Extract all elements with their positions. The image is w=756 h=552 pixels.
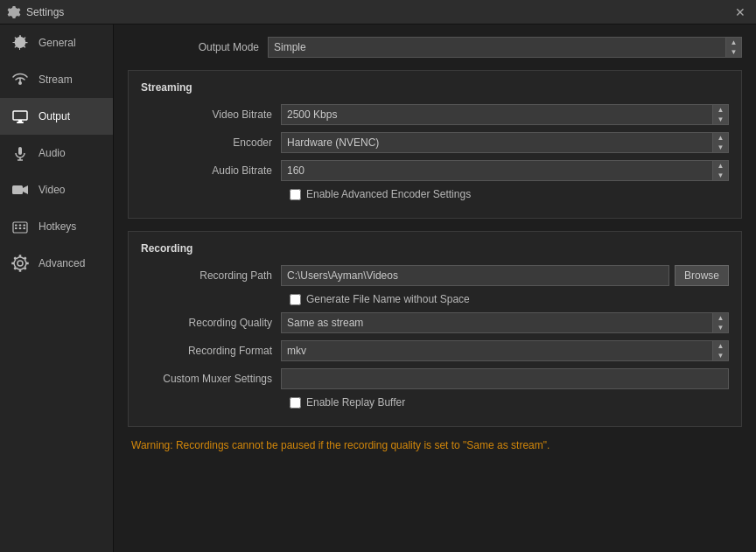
generate-filename-checkbox[interactable] xyxy=(290,294,301,305)
enable-replay-checkbox[interactable] xyxy=(290,397,301,409)
sidebar-label-stream: Stream xyxy=(38,73,73,86)
recording-format-label: Recording Format xyxy=(141,345,281,357)
sidebar-label-audio: Audio xyxy=(38,147,66,159)
output-mode-up[interactable]: ▲ xyxy=(726,38,741,47)
enable-replay-row: Enable Replay Buffer xyxy=(141,396,729,409)
sidebar-label-general: General xyxy=(38,37,76,49)
enable-advanced-label[interactable]: Enable Advanced Encoder Settings xyxy=(306,188,471,200)
browse-button[interactable]: Browse xyxy=(675,265,729,286)
audio-bitrate-input[interactable] xyxy=(281,160,713,181)
svg-rect-9 xyxy=(12,185,23,194)
sidebar-item-video[interactable]: Video xyxy=(0,171,113,208)
encoder-wrapper: ▲ ▼ xyxy=(281,132,729,153)
sidebar-item-advanced[interactable]: Advanced xyxy=(0,245,113,282)
encoder-row: Encoder ▲ ▼ xyxy=(141,132,729,153)
recording-path-row: Recording Path Browse xyxy=(141,265,729,286)
sidebar-item-hotkeys[interactable]: Hotkeys xyxy=(0,208,113,245)
video-bitrate-label: Video Bitrate xyxy=(141,108,281,121)
advanced-icon xyxy=(10,254,30,273)
enable-advanced-checkbox[interactable] xyxy=(290,189,301,200)
sidebar-item-output[interactable]: Output xyxy=(0,98,113,135)
sidebar-item-general[interactable]: General xyxy=(0,24,113,61)
video-bitrate-row: Video Bitrate ▲ ▼ xyxy=(141,104,729,125)
svg-rect-3 xyxy=(13,111,27,120)
recording-format-up[interactable]: ▲ xyxy=(713,341,728,351)
svg-rect-11 xyxy=(15,225,18,227)
streaming-title: Streaming xyxy=(141,81,729,94)
recording-path-label: Recording Path xyxy=(141,269,281,282)
encoder-control: ▲ ▼ xyxy=(281,132,729,153)
audio-bitrate-row: Audio Bitrate ▲ ▼ xyxy=(141,160,729,181)
svg-rect-6 xyxy=(18,147,22,155)
recording-path-wrapper: Browse xyxy=(281,265,729,286)
recording-section: Recording Recording Path Browse Generate… xyxy=(128,231,742,427)
audio-bitrate-spinner[interactable]: ▲ ▼ xyxy=(713,160,729,181)
encoder-label: Encoder xyxy=(141,136,281,149)
custom-muxer-row: Custom Muxer Settings xyxy=(141,368,729,389)
video-icon xyxy=(10,180,30,199)
audio-bitrate-up[interactable]: ▲ xyxy=(713,161,728,171)
video-bitrate-wrapper: ▲ ▼ xyxy=(281,104,729,125)
video-bitrate-down[interactable]: ▼ xyxy=(713,115,728,124)
recording-format-down[interactable]: ▼ xyxy=(713,351,728,360)
output-mode-down[interactable]: ▼ xyxy=(726,47,741,57)
general-icon xyxy=(10,33,30,52)
main-content: Output Mode ▲ ▼ Streaming Video Bitrate xyxy=(114,24,756,552)
recording-path-input[interactable] xyxy=(281,265,669,286)
warning-text: Warning: Recordings cannot be paused if … xyxy=(128,439,742,451)
svg-rect-16 xyxy=(24,227,26,229)
video-bitrate-spinner[interactable]: ▲ ▼ xyxy=(713,104,729,125)
video-bitrate-input[interactable] xyxy=(281,104,713,125)
audio-bitrate-down[interactable]: ▼ xyxy=(713,171,728,180)
streaming-section: Streaming Video Bitrate ▲ ▼ Encoder xyxy=(128,70,742,219)
svg-rect-14 xyxy=(15,227,18,229)
svg-rect-13 xyxy=(24,225,26,227)
audio-bitrate-label: Audio Bitrate xyxy=(141,164,281,177)
enable-replay-label[interactable]: Enable Replay Buffer xyxy=(306,396,405,409)
recording-format-input[interactable] xyxy=(281,340,713,361)
recording-format-wrapper: ▲ ▼ xyxy=(281,340,729,361)
recording-quality-input[interactable] xyxy=(281,312,713,333)
recording-quality-label: Recording Quality xyxy=(141,317,281,329)
recording-quality-row: Recording Quality ▲ ▼ xyxy=(141,312,729,333)
video-bitrate-up[interactable]: ▲ xyxy=(713,105,728,115)
app-body: General Stream xyxy=(0,24,756,552)
recording-format-spinner[interactable]: ▲ ▼ xyxy=(713,340,729,361)
encoder-input[interactable] xyxy=(281,132,713,153)
enable-advanced-row: Enable Advanced Encoder Settings xyxy=(141,188,729,200)
recording-quality-down[interactable]: ▼ xyxy=(713,323,728,332)
output-mode-label: Output Mode xyxy=(128,41,268,53)
encoder-spinner[interactable]: ▲ ▼ xyxy=(713,132,729,153)
title-bar: Settings ✕ xyxy=(0,0,756,24)
audio-bitrate-wrapper: ▲ ▼ xyxy=(281,160,729,181)
recording-format-control: ▲ ▼ xyxy=(281,340,729,361)
sidebar-label-video: Video xyxy=(38,184,65,196)
recording-quality-spinner[interactable]: ▲ ▼ xyxy=(713,312,729,333)
recording-quality-control: ▲ ▼ xyxy=(281,312,729,333)
sidebar-item-audio[interactable]: Audio xyxy=(0,135,113,171)
encoder-down[interactable]: ▼ xyxy=(713,143,728,152)
hotkeys-icon xyxy=(10,217,30,236)
svg-rect-4 xyxy=(17,122,24,123)
recording-quality-up[interactable]: ▲ xyxy=(713,313,728,323)
generate-filename-row: Generate File Name without Space xyxy=(141,293,729,305)
output-mode-input[interactable] xyxy=(268,37,726,58)
encoder-up[interactable]: ▲ xyxy=(713,133,728,143)
video-bitrate-control: ▲ ▼ xyxy=(281,104,729,125)
custom-muxer-input[interactable] xyxy=(281,368,729,389)
recording-format-row: Recording Format ▲ ▼ xyxy=(141,340,729,361)
output-mode-control: ▲ ▼ xyxy=(268,37,742,58)
sidebar-label-hotkeys: Hotkeys xyxy=(38,220,76,233)
custom-muxer-control xyxy=(281,368,729,389)
output-mode-select-wrapper: ▲ ▼ xyxy=(268,37,742,58)
svg-point-17 xyxy=(18,261,23,266)
audio-icon xyxy=(10,143,30,163)
audio-bitrate-control: ▲ ▼ xyxy=(281,160,729,181)
recording-path-control: Browse xyxy=(281,265,729,286)
svg-rect-5 xyxy=(18,120,22,122)
output-mode-spinner[interactable]: ▲ ▼ xyxy=(726,37,742,58)
sidebar-item-stream[interactable]: Stream xyxy=(0,61,113,98)
generate-filename-label[interactable]: Generate File Name without Space xyxy=(306,293,470,305)
close-button[interactable]: ✕ xyxy=(732,3,749,21)
title-bar-text: Settings xyxy=(26,6,64,18)
